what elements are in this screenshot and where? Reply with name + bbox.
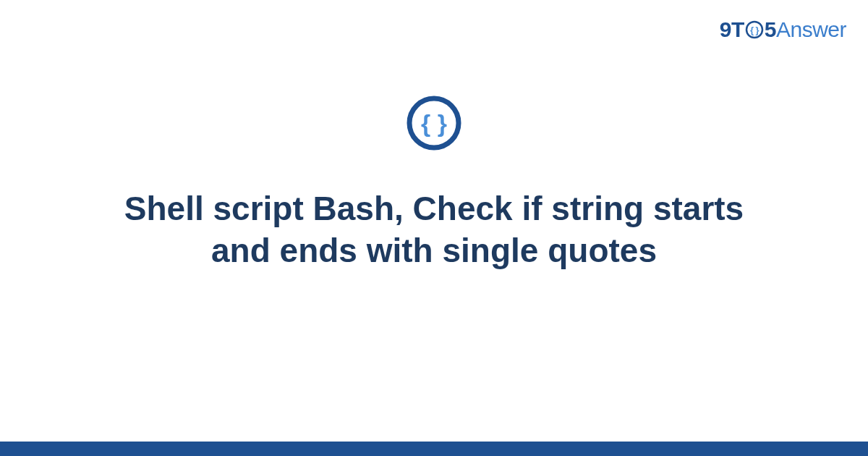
braces-icon: { } xyxy=(405,94,463,152)
braces-icon-small: { } xyxy=(745,20,764,39)
logo-text-answer: Answer xyxy=(776,17,846,42)
logo-text-5: 5 xyxy=(765,17,776,42)
site-logo: 9T { } 5 Answer xyxy=(720,17,846,42)
logo-text-9t: 9T xyxy=(720,17,744,42)
svg-text:{ }: { } xyxy=(750,25,760,35)
svg-text:{ }: { } xyxy=(421,109,447,137)
footer-bar xyxy=(0,442,868,456)
main-content: { } Shell script Bash, Check if string s… xyxy=(0,94,868,271)
page-title: Shell script Bash, Check if string start… xyxy=(109,188,760,271)
